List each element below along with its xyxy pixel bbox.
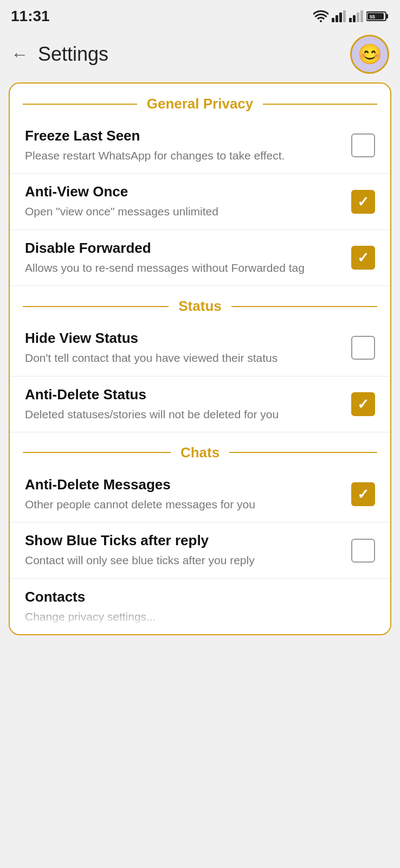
- disable-forwarded-text: Disable Forwarded Allows you to re-send …: [25, 240, 351, 276]
- hide-view-status-desc: Don't tell contact that you have viewed …: [25, 350, 340, 366]
- hide-view-status-text: Hide View Status Don't tell contact that…: [25, 330, 351, 366]
- section-line-right: [231, 306, 377, 307]
- section-line-left: [23, 452, 171, 453]
- status-bar: 11:31 55: [0, 0, 400, 29]
- anti-delete-messages-item[interactable]: Anti-Delete Messages Other people cannot…: [10, 467, 390, 522]
- anti-delete-status-text: Anti-Delete Status Deleted statuses/stor…: [25, 386, 351, 422]
- chats-header: Chats: [10, 432, 390, 467]
- contacts-partial-title: Contacts: [25, 589, 375, 605]
- disable-forwarded-desc: Allows you to re-send messages without F…: [25, 260, 340, 276]
- disable-forwarded-item[interactable]: Disable Forwarded Allows you to re-send …: [10, 230, 390, 286]
- show-blue-ticks-item[interactable]: Show Blue Ticks after reply Contact will…: [10, 522, 390, 578]
- svg-text:55: 55: [370, 14, 375, 20]
- checkmark-icon: ✓: [357, 487, 369, 501]
- anti-view-once-checkbox[interactable]: ✓: [351, 190, 375, 214]
- section-line-left: [23, 104, 137, 105]
- top-bar-left: ← Settings: [11, 43, 108, 66]
- freeze-last-seen-checkbox[interactable]: [351, 133, 375, 157]
- svg-rect-2: [339, 12, 342, 22]
- freeze-last-seen-text: Freeze Last Seen Please restart WhatsApp…: [25, 127, 351, 163]
- section-line-right: [263, 104, 377, 105]
- anti-delete-status-checkbox[interactable]: ✓: [351, 392, 375, 416]
- show-blue-ticks-title: Show Blue Ticks after reply: [25, 532, 340, 549]
- anti-delete-messages-checkbox[interactable]: ✓: [351, 482, 375, 506]
- anti-delete-status-desc: Deleted statuses/stories will not be del…: [25, 406, 340, 422]
- svg-rect-0: [332, 18, 334, 22]
- section-line-left: [23, 306, 169, 307]
- general-privacy-header: General Privacy: [10, 84, 390, 118]
- anti-delete-messages-desc: Other people cannot delete messages for …: [25, 496, 340, 512]
- anti-delete-messages-text: Anti-Delete Messages Other people cannot…: [25, 476, 351, 512]
- anti-view-once-item[interactable]: Anti-View Once Open "view once" messages…: [10, 174, 390, 229]
- status-title: Status: [174, 298, 225, 315]
- freeze-last-seen-desc: Please restart WhatsApp for changes to t…: [25, 148, 340, 163]
- page-title: Settings: [38, 43, 108, 66]
- anti-delete-status-item[interactable]: Anti-Delete Status Deleted statuses/stor…: [10, 376, 390, 432]
- general-privacy-title: General Privacy: [143, 95, 258, 112]
- disable-forwarded-checkbox[interactable]: ✓: [351, 246, 375, 270]
- status-header: Status: [10, 286, 390, 320]
- anti-view-once-title: Anti-View Once: [25, 183, 340, 200]
- anti-view-once-desc: Open "view once" messages unlimited: [25, 203, 340, 219]
- anti-view-once-text: Anti-View Once Open "view once" messages…: [25, 183, 351, 219]
- section-line-right: [229, 452, 377, 453]
- signal2-icon: [349, 10, 363, 22]
- back-button[interactable]: ←: [11, 44, 28, 65]
- svg-rect-7: [360, 10, 363, 22]
- wifi-icon: [313, 10, 328, 22]
- signal-icon: [332, 10, 346, 22]
- hide-view-status-title: Hide View Status: [25, 330, 340, 347]
- battery-icon: 55: [366, 10, 389, 22]
- hide-view-status-checkbox[interactable]: [351, 336, 375, 360]
- anti-delete-status-title: Anti-Delete Status: [25, 386, 340, 403]
- disable-forwarded-title: Disable Forwarded: [25, 240, 340, 257]
- svg-rect-5: [353, 15, 356, 22]
- svg-rect-1: [336, 15, 338, 22]
- contacts-partial-item: Contacts Change privacy settings...: [10, 579, 390, 629]
- anti-delete-messages-title: Anti-Delete Messages: [25, 476, 340, 493]
- freeze-last-seen-title: Freeze Last Seen: [25, 127, 340, 144]
- show-blue-ticks-text: Show Blue Ticks after reply Contact will…: [25, 532, 351, 568]
- checkmark-icon: ✓: [357, 251, 369, 265]
- show-blue-ticks-desc: Contact will only see blue ticks after y…: [25, 552, 340, 568]
- show-blue-ticks-checkbox[interactable]: [351, 539, 375, 563]
- status-time: 11:31: [11, 8, 50, 25]
- svg-rect-3: [343, 10, 346, 22]
- svg-rect-4: [349, 18, 352, 22]
- checkmark-icon: ✓: [357, 195, 369, 209]
- main-card: General Privacy Freeze Last Seen Please …: [9, 82, 391, 635]
- avatar[interactable]: 😊: [350, 35, 389, 74]
- status-icons: 55: [313, 10, 389, 22]
- svg-rect-9: [386, 14, 388, 18]
- hide-view-status-item[interactable]: Hide View Status Don't tell contact that…: [10, 320, 390, 376]
- contacts-partial-desc: Change privacy settings...: [25, 609, 375, 624]
- top-bar: ← Settings 😊: [0, 29, 400, 82]
- checkmark-icon: ✓: [357, 397, 369, 411]
- chats-title: Chats: [176, 444, 224, 461]
- svg-rect-6: [357, 12, 359, 22]
- freeze-last-seen-item[interactable]: Freeze Last Seen Please restart WhatsApp…: [10, 118, 390, 174]
